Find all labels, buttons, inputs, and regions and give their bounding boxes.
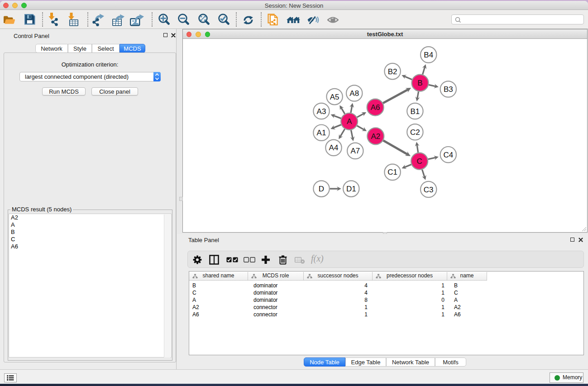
svg-text:A4: A4 [329, 143, 339, 152]
svg-text:A6: A6 [371, 103, 380, 112]
svg-text:B2: B2 [388, 67, 397, 76]
svg-text:A7: A7 [350, 147, 360, 155]
svg-text:A5: A5 [330, 93, 339, 101]
svg-text:A: A [347, 117, 352, 126]
svg-text:A2: A2 [371, 132, 380, 141]
svg-text:A1: A1 [317, 129, 326, 137]
svg-text:D: D [319, 185, 324, 193]
svg-text:B4: B4 [424, 51, 433, 59]
svg-text:C2: C2 [410, 128, 420, 137]
svg-text:C3: C3 [424, 186, 434, 194]
svg-text:B1: B1 [411, 107, 420, 116]
svg-text:B: B [417, 79, 422, 87]
svg-text:C4: C4 [443, 151, 453, 159]
svg-text:C1: C1 [387, 168, 397, 176]
svg-text:A8: A8 [349, 89, 359, 98]
svg-text:C: C [416, 157, 422, 166]
svg-text:D1: D1 [346, 185, 356, 193]
svg-text:B3: B3 [444, 85, 453, 94]
svg-text:A3: A3 [317, 107, 326, 116]
